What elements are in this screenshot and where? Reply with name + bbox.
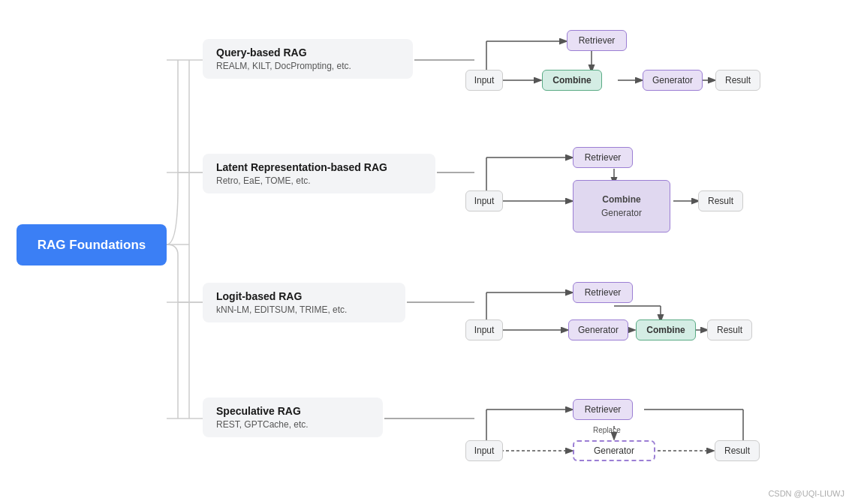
rag-foundations-label: RAG Foundations <box>38 238 146 253</box>
diag2-retriever: Retriever <box>573 147 633 168</box>
diag1-input: Input <box>465 70 503 91</box>
branch-query-title: Query-based RAG <box>216 46 399 58</box>
diag2-combined-box: Combine Generator <box>573 180 670 232</box>
diag2-generator-label: Generator <box>601 208 642 218</box>
main-container: RAG Foundations Query-based RAG REALM, K… <box>0 0 852 504</box>
branch-speculative-sub: REST, GPTCache, etc. <box>216 419 369 430</box>
watermark: CSDN @UQI-LIUWJ <box>768 489 844 498</box>
diag4-input: Input <box>465 440 503 461</box>
diag4-result: Result <box>715 440 760 461</box>
diag3-result: Result <box>707 320 752 340</box>
rag-foundations-box: RAG Foundations <box>17 224 167 266</box>
branch-query: Query-based RAG REALM, KILT, DocPromptin… <box>203 39 413 79</box>
diag4-generator: Generator <box>573 440 655 461</box>
branch-speculative: Speculative RAG REST, GPTCache, etc. <box>203 398 383 437</box>
diag1-combine: Combine <box>542 70 602 91</box>
branch-latent: Latent Representation-based RAG Retro, E… <box>203 154 435 194</box>
diag3-combine: Combine <box>636 320 696 340</box>
diag2-input: Input <box>465 190 503 212</box>
branch-logit-sub: kNN-LM, EDITSUM, TRIME, etc. <box>216 304 392 315</box>
branch-speculative-title: Speculative RAG <box>216 405 369 417</box>
diag3-retriever: Retriever <box>573 282 633 303</box>
diag1-result: Result <box>715 70 760 91</box>
diag4-replace-label: Replace <box>593 426 621 434</box>
branch-query-sub: REALM, KILT, DocPrompting, etc. <box>216 61 399 71</box>
diag3-generator: Generator <box>568 320 628 340</box>
branch-logit: Logit-based RAG kNN-LM, EDITSUM, TRIME, … <box>203 283 405 322</box>
branch-latent-title: Latent Representation-based RAG <box>216 161 422 173</box>
diag4-retriever: Retriever <box>573 399 633 420</box>
diag1-generator: Generator <box>643 70 703 91</box>
branch-logit-title: Logit-based RAG <box>216 290 392 302</box>
diag1-retriever: Retriever <box>567 30 627 51</box>
diag2-result: Result <box>698 190 743 212</box>
diag2-combine-label: Combine <box>602 194 640 205</box>
diag3-input: Input <box>465 320 503 340</box>
branch-latent-sub: Retro, EaE, TOME, etc. <box>216 176 422 186</box>
